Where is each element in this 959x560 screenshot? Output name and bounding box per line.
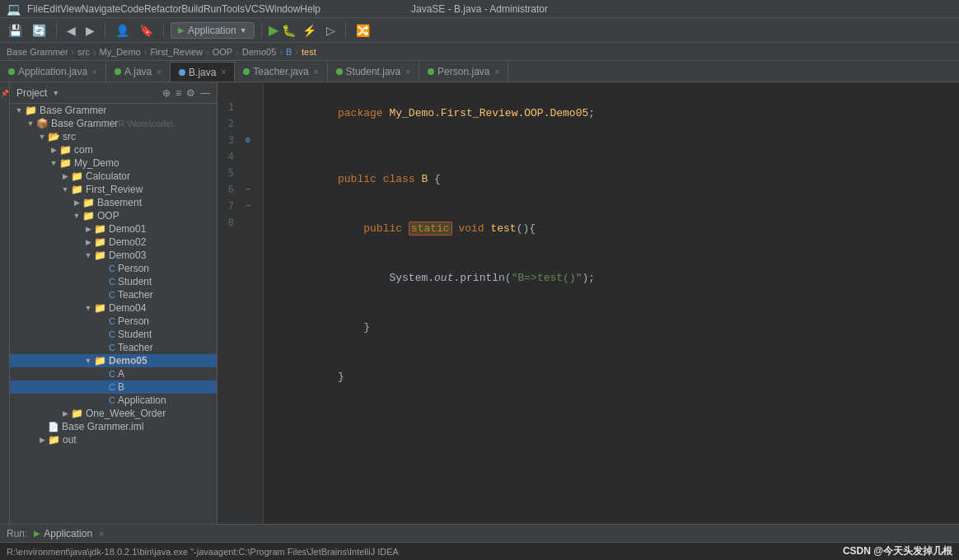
tree-demo05[interactable]: ▼ 📁 Demo05 xyxy=(10,354,217,367)
profile-btn[interactable]: ⚡ xyxy=(299,22,320,39)
breadcrumb-oop[interactable]: OOP xyxy=(213,47,232,57)
toolbar-new-btn[interactable]: 💾 xyxy=(5,22,26,39)
tree-demo05-application[interactable]: C Application xyxy=(10,394,217,407)
code-line-4: public static void test(){ xyxy=(274,204,949,254)
module-path: R:\Note\code\ xyxy=(118,119,173,128)
sidebar-add-icon[interactable]: ⊕ xyxy=(162,87,171,99)
demo05-label: Demo05 xyxy=(109,355,147,366)
tree-first-review[interactable]: ▼ 📁 First_Review xyxy=(10,183,217,196)
breadcrumb-first-review[interactable]: First_Review xyxy=(150,47,203,57)
breadcrumb-my-demo[interactable]: My_Demo xyxy=(100,47,141,57)
tree-demo05-b[interactable]: C B xyxy=(10,380,217,394)
tab-b-java[interactable]: B.java × xyxy=(171,62,235,82)
gutter-row-8: 8 xyxy=(218,214,263,231)
run-tab-application[interactable]: ▶ Application × xyxy=(34,528,104,539)
menu-window[interactable]: Window xyxy=(265,3,301,15)
menu-build[interactable]: Build xyxy=(181,3,203,15)
code-line-2 xyxy=(274,138,949,155)
menu-edit[interactable]: Edit xyxy=(43,3,60,15)
demo03-teacher-label: Teacher xyxy=(118,289,153,301)
run-tab-icon: ▶ xyxy=(34,529,40,538)
breadcrumb-demo05[interactable]: Demo05 xyxy=(242,47,277,57)
tree-oop[interactable]: ▼ 📁 OOP xyxy=(10,209,217,222)
tree-demo02[interactable]: ▶ 📁 Demo02 xyxy=(10,236,217,249)
menu-view[interactable]: View xyxy=(60,3,82,15)
tree-one-week-order[interactable]: ▶ 📁 One_Week_Order xyxy=(10,407,217,420)
app-icon: 💻 xyxy=(7,2,21,16)
tree-demo05-a[interactable]: C A xyxy=(10,367,217,380)
project-tree: ▼ 📁 Base Grammer ▼ 📦 Base Grammer R:\Not… xyxy=(10,104,217,524)
toolbar-user-btn[interactable]: 👤 xyxy=(112,22,133,39)
tree-demo04-person[interactable]: C Person xyxy=(10,315,217,328)
tree-demo04-teacher[interactable]: C Teacher xyxy=(10,341,217,354)
tree-root[interactable]: ▼ 📁 Base Grammer xyxy=(10,104,217,117)
tab-close-b[interactable]: × xyxy=(221,68,226,77)
one-week-order-label: One_Week_Order xyxy=(86,408,166,419)
sidebar-settings-icon[interactable]: ⚙ xyxy=(186,87,195,99)
tab-person-java[interactable]: Person.java × xyxy=(419,62,508,82)
toolbar-back-btn[interactable]: ◀ xyxy=(63,22,79,39)
run-tab-close[interactable]: × xyxy=(99,529,104,539)
tree-out[interactable]: ▶ 📁 out xyxy=(10,433,217,446)
vertical-icon-1[interactable]: 📌 xyxy=(1,89,8,97)
tree-basement[interactable]: ▶ 📁 Basement xyxy=(10,196,217,209)
menu-file[interactable]: File xyxy=(27,3,43,15)
coverage-btn[interactable]: ▷ xyxy=(323,22,339,39)
run-config-selector[interactable]: ▶ Application ▼ xyxy=(171,22,255,39)
demo03-icon: 📁 xyxy=(94,250,106,261)
demo03-student-icon: C xyxy=(109,277,115,287)
tree-demo03-person[interactable]: C Person xyxy=(10,262,217,275)
toolbar-open-btn[interactable]: 🔄 xyxy=(29,22,49,39)
tree-module[interactable]: ▼ 📦 Base Grammer R:\Note\code\ xyxy=(10,117,217,130)
tree-demo01[interactable]: ▶ 📁 Demo01 xyxy=(10,222,217,236)
menu-code[interactable]: Code xyxy=(120,3,144,15)
breadcrumb-base-grammer[interactable]: Base Grammer xyxy=(7,47,68,57)
menu-help[interactable]: Help xyxy=(300,3,320,15)
tree-demo03-student[interactable]: C Student xyxy=(10,275,217,288)
tab-label-application: Application.java xyxy=(18,66,87,77)
tree-src[interactable]: ▼ 📂 src xyxy=(10,130,217,143)
gutter-row-4: 4 xyxy=(218,148,263,165)
run-button[interactable]: ▶ xyxy=(269,22,278,38)
menu-navigate[interactable]: Navigate xyxy=(82,3,120,15)
breadcrumb-test[interactable]: test xyxy=(302,47,316,57)
tree-my-demo[interactable]: ▼ 📁 My_Demo xyxy=(10,156,217,170)
toolbar-forward-btn[interactable]: ▶ xyxy=(82,22,98,39)
tab-a-java[interactable]: A.java × xyxy=(106,62,171,82)
tree-demo04[interactable]: ▼ 📁 Demo04 xyxy=(10,301,217,315)
tab-student-java[interactable]: Student.java × xyxy=(328,62,420,82)
code-text-area[interactable]: package My_Demo.First_Review.OOP.Demo05;… xyxy=(264,82,959,524)
kw-class: class xyxy=(383,173,422,185)
code-editor[interactable]: 1 2 3 ⚙ 4 5 xyxy=(218,82,959,524)
tab-label-student: Student.java xyxy=(346,66,401,77)
sidebar-close-icon[interactable]: — xyxy=(200,87,210,99)
tab-label-teacher: Teacher.java xyxy=(253,66,308,77)
tab-close-teacher[interactable]: × xyxy=(314,68,319,77)
debug-button[interactable]: 🐛 xyxy=(282,24,296,37)
basement-arrow: ▶ xyxy=(71,198,82,207)
tree-calculator[interactable]: ▶ 📁 Calculator xyxy=(10,170,217,183)
tree-demo03[interactable]: ▼ 📁 Demo03 xyxy=(10,249,217,262)
tree-com[interactable]: ▶ 📁 com xyxy=(10,143,217,156)
tab-close-a[interactable]: × xyxy=(157,68,161,77)
tree-demo04-student[interactable]: C Student xyxy=(10,328,217,341)
menu-run[interactable]: Run xyxy=(203,3,222,15)
menu-refactor[interactable]: Refactor xyxy=(144,3,181,15)
tab-close-application[interactable]: × xyxy=(92,68,97,77)
tab-close-student[interactable]: × xyxy=(405,68,410,77)
git-btn[interactable]: 🔀 xyxy=(353,22,373,39)
gutter-row-6: 6 − xyxy=(218,181,263,198)
tab-close-person[interactable]: × xyxy=(494,68,499,77)
menu-vcs[interactable]: VCS xyxy=(245,3,265,15)
toolbar-bookmark-btn[interactable]: 🔖 xyxy=(136,22,157,39)
menu-tools[interactable]: Tools xyxy=(222,3,245,15)
method-paren: (){ xyxy=(517,222,536,235)
tab-application-java[interactable]: Application.java × xyxy=(0,62,106,82)
sidebar-dropdown-icon[interactable]: ▼ xyxy=(52,89,59,97)
breadcrumb-src[interactable]: src xyxy=(77,47,90,57)
tab-teacher-java[interactable]: Teacher.java × xyxy=(235,62,327,82)
breadcrumb-b[interactable]: B xyxy=(286,47,292,57)
tree-demo03-teacher[interactable]: C Teacher xyxy=(10,288,217,301)
sidebar-collapse-icon[interactable]: ≡ xyxy=(175,87,181,99)
tree-iml[interactable]: 📄 Base Grammer.iml xyxy=(10,420,217,433)
